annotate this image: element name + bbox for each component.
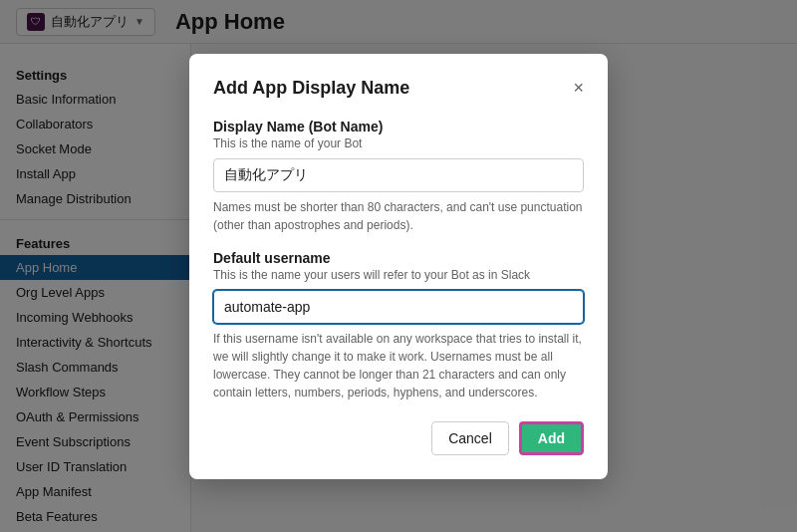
cancel-button[interactable]: Cancel xyxy=(431,421,509,455)
display-name-field-group: Display Name (Bot Name) This is the name… xyxy=(213,119,584,234)
username-field-group: Default username This is the name your u… xyxy=(213,250,584,401)
username-label: Default username xyxy=(213,250,584,266)
modal-title: Add App Display Name xyxy=(213,78,409,99)
modal-overlay: Add App Display Name × Display Name (Bot… xyxy=(0,0,797,532)
username-sublabel: This is the name your users will refer t… xyxy=(213,268,584,282)
username-hint: If this username isn't available on any … xyxy=(213,330,584,401)
modal-close-button[interactable]: × xyxy=(573,79,584,97)
add-button[interactable]: Add xyxy=(519,421,584,455)
modal-footer: Cancel Add xyxy=(213,421,584,455)
display-name-input[interactable] xyxy=(213,158,584,192)
display-name-label: Display Name (Bot Name) xyxy=(213,119,584,134)
modal-header: Add App Display Name × xyxy=(213,78,584,99)
modal-dialog: Add App Display Name × Display Name (Bot… xyxy=(189,54,608,479)
display-name-hint: Names must be shorter than 80 characters… xyxy=(213,198,584,234)
display-name-sublabel: This is the name of your Bot xyxy=(213,136,584,150)
username-input[interactable] xyxy=(213,290,584,324)
